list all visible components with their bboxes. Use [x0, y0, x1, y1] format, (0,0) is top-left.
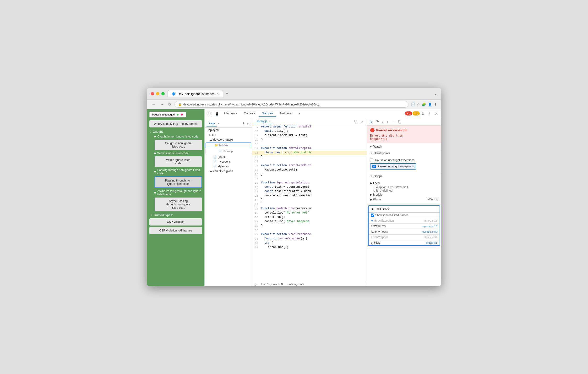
- cs-item-2[interactable]: (anonymous) mycode.js:89: [368, 229, 440, 235]
- line-num-27: 27: [252, 203, 260, 207]
- watch-arrow-icon: ▶: [370, 145, 372, 148]
- index-item[interactable]: 📄 (index): [205, 154, 252, 159]
- line-content-32: }: [260, 224, 367, 228]
- cs-loc-4: (index):83: [425, 241, 437, 244]
- step-into-button[interactable]: ↓: [381, 119, 385, 124]
- step-button[interactable]: →: [390, 119, 396, 124]
- cs-loc-1: mycode.js:18: [422, 225, 437, 228]
- back-button[interactable]: ←: [151, 101, 157, 108]
- cs-item-0[interactable]: ➡ throwException library.js:15: [368, 218, 440, 224]
- caught-non-ignore-box[interactable]: Caught in non ignorelisted code: [155, 140, 202, 150]
- passing-through-box[interactable]: Passing through nonignore listed code: [155, 176, 202, 188]
- library-js-tab[interactable]: library.js ✕: [254, 119, 273, 124]
- new-tab-source-icon[interactable]: ⬚: [247, 122, 250, 126]
- line-num-17: 17: [252, 160, 260, 164]
- cs-item-3[interactable]: errorWrapper library.js:37: [368, 235, 440, 240]
- new-tab-button[interactable]: +: [224, 90, 231, 97]
- navigate-to-file-button[interactable]: ▷: [359, 119, 365, 124]
- bullet-solid-icon: •: [151, 213, 152, 217]
- line-content-37: errorFunc();: [260, 246, 367, 250]
- deactivate-breakpoints-button[interactable]: ⬚: [397, 119, 402, 124]
- code-line-26: 26 }: [252, 198, 367, 203]
- star-icon[interactable]: ☆: [417, 103, 420, 107]
- library-js-item[interactable]: 📄 library.js: [206, 149, 251, 154]
- top-item[interactable]: □ top: [205, 132, 252, 137]
- cdn-glitch-item[interactable]: ☁ cdn.glitch.globa: [205, 169, 252, 174]
- call-stack-box: ▼ Call Stack Show ignore-listed frames ➡…: [368, 205, 440, 246]
- code-status-bar: {} Line 15, Column 3 Coverage: n/a: [252, 282, 367, 286]
- global-scope-item[interactable]: ▶ Global Window: [370, 197, 438, 202]
- minimize-button[interactable]: [156, 92, 159, 96]
- code-line-29: 29 console.log('No error yet': [252, 211, 367, 215]
- mycode-js-item[interactable]: 📄 mycode.js: [205, 159, 252, 164]
- line-num-15: 15: [252, 151, 260, 155]
- record-icon: ⏺: [180, 113, 183, 116]
- menu-icon[interactable]: ⋮: [434, 103, 437, 107]
- line-num-13: 13: [252, 142, 260, 147]
- cs-loc-2: mycode.js:89: [422, 230, 437, 233]
- code-line-13: 13: [252, 142, 367, 147]
- pause-caught-checkbox[interactable]: [372, 165, 376, 168]
- close-button[interactable]: [151, 92, 154, 96]
- library-js-label: library.js: [223, 150, 233, 153]
- async-passing-box[interactable]: Async Passingthrough non ignorelisted co…: [155, 198, 202, 211]
- device-toolbar-button[interactable]: 📱: [213, 111, 220, 117]
- url-field[interactable]: 🔒 devtools-ignore-list-stories.glitch.me…: [175, 101, 409, 108]
- line-content-34: export function wrapErrorHanc: [260, 233, 367, 237]
- account-icon[interactable]: 👤: [428, 103, 432, 107]
- breakpoints-section-header[interactable]: ▼ Breakpoints: [367, 150, 441, 156]
- exception-title: 🔴 Paused on exception: [370, 128, 438, 132]
- sources-more-icon[interactable]: »: [218, 122, 220, 125]
- tab-console[interactable]: Console: [241, 110, 258, 117]
- square-bullet-icon: ■: [154, 135, 156, 138]
- resume-button[interactable]: ▷: [369, 119, 374, 124]
- forward-button[interactable]: →: [159, 101, 165, 108]
- tab-network[interactable]: Network: [277, 110, 294, 117]
- extensions-icon[interactable]: 🧩: [422, 103, 426, 107]
- csp-violation-box[interactable]: CSP Violation: [149, 218, 202, 225]
- sources-menu-icon[interactable]: ⋮: [242, 122, 245, 126]
- watch-section-header[interactable]: ▶ Watch: [367, 143, 441, 150]
- trusted-types-label: • Trusted types:: [151, 213, 202, 217]
- hidden-folder-item[interactable]: 📁 hidden: [206, 142, 251, 148]
- step-over-button[interactable]: ↷: [375, 119, 380, 124]
- tab-overflow-button[interactable]: ⌄: [434, 91, 437, 96]
- devtools-ignore-item[interactable]: ☁ devtools-ignore: [205, 137, 252, 142]
- tab-sources[interactable]: Sources: [259, 110, 276, 117]
- settings-button[interactable]: ⚙: [420, 111, 426, 117]
- csp-violation-all-box[interactable]: CSP Violation - All frames: [149, 227, 202, 234]
- style-css-item[interactable]: 📄 style.css: [205, 164, 252, 169]
- step-out-button[interactable]: ↑: [386, 119, 389, 124]
- close-devtools-button[interactable]: ✕: [433, 111, 439, 117]
- inspect-element-button[interactable]: ⬚: [207, 111, 212, 117]
- watch-section: ▶ Watch: [367, 143, 441, 150]
- scope-section-header[interactable]: ▼ Scope: [367, 173, 441, 179]
- sources-topbar: Page » ⋮ ⬚: [205, 120, 252, 128]
- cs-item-4[interactable]: onclick (index):83: [368, 240, 440, 245]
- more-options-button[interactable]: ⋮: [427, 111, 433, 117]
- line-content-36: try {: [260, 241, 367, 246]
- page-tab[interactable]: Page: [207, 121, 217, 127]
- maximize-button[interactable]: [161, 92, 165, 96]
- toggle-sidebar-button[interactable]: ⬚: [353, 119, 358, 124]
- within-ignore-box[interactable]: Within ignore listedcode: [155, 156, 202, 167]
- tab-more[interactable]: »: [295, 110, 303, 117]
- bookmark-icon[interactable]: 📄: [411, 103, 415, 107]
- call-stack-header[interactable]: ▼ Call Stack: [368, 206, 440, 213]
- line-num-12: 12: [252, 138, 260, 142]
- cs-item-1[interactable]: doWithError mycode.js:18: [368, 224, 440, 229]
- show-ignore-label: Show ignore-listed frames: [375, 214, 409, 217]
- tab-close-icon[interactable]: ✕: [217, 92, 219, 96]
- global-scope-val: Window: [428, 198, 438, 201]
- code-editor: library.js ✕ ⬚ ▷ 9 export async function…: [252, 118, 367, 286]
- pause-uncaught-checkbox[interactable]: [370, 159, 373, 162]
- tab-elements[interactable]: Elements: [221, 110, 240, 117]
- local-scope-item[interactable]: ▶ Local: [370, 181, 438, 186]
- module-scope-item[interactable]: ▶ Module: [370, 192, 438, 197]
- reload-button[interactable]: ↻: [167, 101, 172, 108]
- active-tab[interactable]: 🔷 DevTools ignore list stories ✕: [168, 90, 223, 97]
- devtools-ignore-label: devtools-ignore: [213, 138, 233, 141]
- line-num-36: 36: [252, 241, 260, 246]
- show-ignore-checkbox[interactable]: [371, 214, 374, 217]
- code-tab-close-icon[interactable]: ✕: [269, 120, 271, 122]
